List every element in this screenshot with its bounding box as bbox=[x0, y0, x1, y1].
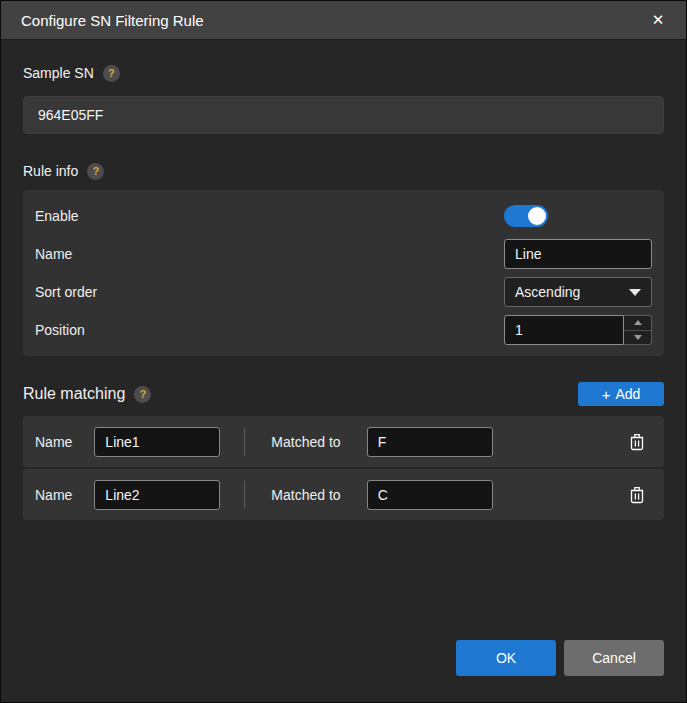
add-rule-button[interactable]: + Add bbox=[578, 382, 664, 406]
sample-sn-label: Sample SN bbox=[23, 65, 94, 81]
sort-order-label: Sort order bbox=[35, 284, 97, 300]
matched-to-input[interactable] bbox=[367, 427, 493, 457]
position-stepper bbox=[504, 315, 652, 345]
enable-label: Enable bbox=[35, 208, 79, 224]
dialog-content: Sample SN ? Rule info ? Enable Name bbox=[1, 62, 686, 520]
add-button-label: Add bbox=[615, 386, 640, 402]
sample-sn-input[interactable] bbox=[23, 96, 664, 134]
rule-matching-list: Name Matched to Name bbox=[23, 416, 664, 520]
sort-order-row: Sort order Ascending bbox=[35, 273, 652, 311]
matched-to-label: Matched to bbox=[271, 434, 340, 450]
ok-button[interactable]: OK bbox=[456, 640, 556, 676]
vertical-divider bbox=[244, 481, 245, 509]
enable-row: Enable bbox=[35, 197, 652, 235]
help-icon[interactable]: ? bbox=[87, 163, 104, 180]
chevron-down-icon bbox=[629, 289, 641, 296]
sort-order-value: Ascending bbox=[515, 284, 629, 300]
trash-icon bbox=[629, 486, 645, 504]
toggle-knob bbox=[528, 207, 546, 225]
rule-matching-header: Rule matching ? + Add bbox=[23, 382, 664, 406]
spinner-down-icon[interactable] bbox=[624, 331, 651, 345]
delete-row-button[interactable] bbox=[624, 429, 650, 455]
close-icon[interactable]: ✕ bbox=[644, 6, 672, 34]
position-row: Position bbox=[35, 311, 652, 349]
position-input[interactable] bbox=[504, 315, 624, 345]
rule-matching-row: Name Matched to bbox=[23, 416, 664, 467]
matched-to-label: Matched to bbox=[271, 487, 340, 503]
sort-order-select[interactable]: Ascending bbox=[504, 277, 652, 307]
dialog-title: Configure SN Filtering Rule bbox=[21, 12, 644, 29]
match-name-input[interactable] bbox=[94, 427, 220, 457]
help-icon[interactable]: ? bbox=[134, 386, 151, 403]
sample-sn-header: Sample SN ? bbox=[23, 62, 664, 84]
configure-sn-filtering-rule-dialog: Configure SN Filtering Rule ✕ Sample SN … bbox=[0, 0, 687, 703]
match-name-label: Name bbox=[35, 434, 72, 450]
rule-name-input[interactable] bbox=[504, 239, 652, 269]
spinner-up-icon[interactable] bbox=[624, 316, 651, 331]
name-label: Name bbox=[35, 246, 72, 262]
delete-row-button[interactable] bbox=[624, 482, 650, 508]
vertical-divider bbox=[244, 428, 245, 456]
rule-info-label: Rule info bbox=[23, 163, 78, 179]
plus-icon: + bbox=[602, 387, 611, 402]
matched-to-input[interactable] bbox=[367, 480, 493, 510]
position-spin-buttons bbox=[624, 315, 652, 345]
rule-matching-label: Rule matching bbox=[23, 385, 125, 403]
name-row: Name bbox=[35, 235, 652, 273]
rule-info-header: Rule info ? bbox=[23, 160, 664, 182]
titlebar: Configure SN Filtering Rule ✕ bbox=[1, 1, 686, 40]
cancel-button[interactable]: Cancel bbox=[564, 640, 664, 676]
enable-toggle[interactable] bbox=[504, 205, 548, 227]
match-name-label: Name bbox=[35, 487, 72, 503]
rule-info-panel: Enable Name Sort order Ascending bbox=[23, 190, 664, 356]
help-icon[interactable]: ? bbox=[103, 65, 120, 82]
dialog-footer: OK Cancel bbox=[456, 640, 664, 676]
position-label: Position bbox=[35, 322, 85, 338]
match-name-input[interactable] bbox=[94, 480, 220, 510]
rule-matching-row: Name Matched to bbox=[23, 469, 664, 520]
trash-icon bbox=[629, 433, 645, 451]
